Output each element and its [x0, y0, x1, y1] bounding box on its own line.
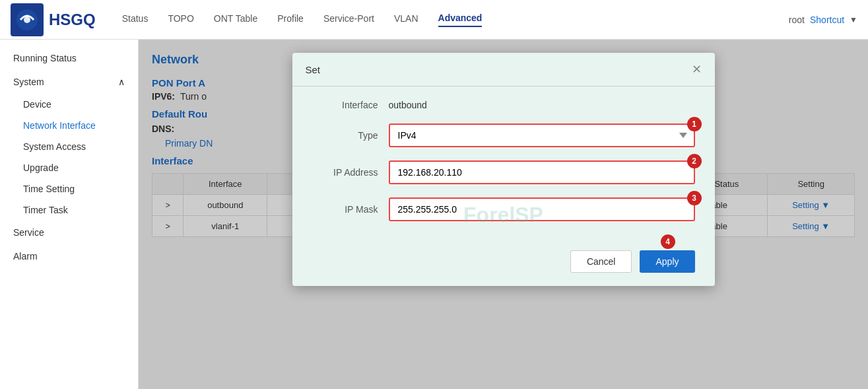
- top-navigation: HSGQ Status TOPO ONT Table Profile Servi…: [0, 0, 868, 40]
- nav-advanced[interactable]: Advanced: [438, 13, 483, 27]
- nav-profile[interactable]: Profile: [277, 13, 304, 26]
- apply-button[interactable]: Apply: [640, 250, 694, 273]
- main-layout: Running Status System ∧ Device Network I…: [0, 40, 868, 389]
- sidebar-item-service[interactable]: Service: [0, 221, 138, 244]
- sidebar-item-network-interface[interactable]: Network Interface: [0, 115, 138, 136]
- interface-value: outbound: [389, 100, 427, 110]
- ip-address-form-row: 2 IP Address: [312, 160, 695, 184]
- nav-ont-table[interactable]: ONT Table: [214, 13, 257, 26]
- modal-footer: 4 Cancel Apply: [292, 241, 715, 286]
- modal-header: Set ✕: [292, 53, 715, 87]
- logo-area: HSGQ: [11, 3, 96, 36]
- type-select[interactable]: IPv4 IPv6: [389, 124, 695, 147]
- sidebar-item-timer-task[interactable]: Timer Task: [0, 199, 138, 221]
- sidebar-item-time-setting[interactable]: Time Setting: [0, 178, 138, 199]
- step-badge-3: 3: [687, 191, 702, 205]
- sidebar-section-system[interactable]: System ∧: [0, 70, 138, 94]
- nav-links: Status TOPO ONT Table Profile Service-Po…: [122, 13, 789, 27]
- ip-address-label: IP Address: [312, 167, 378, 178]
- sidebar: Running Status System ∧ Device Network I…: [0, 40, 139, 389]
- ip-mask-input[interactable]: [389, 197, 695, 221]
- interface-form-row: Interface outbound: [312, 100, 695, 110]
- cancel-button[interactable]: Cancel: [570, 250, 632, 273]
- modal-close-button[interactable]: ✕: [692, 62, 702, 77]
- nav-shortcut-arrow-icon: ▼: [850, 15, 857, 24]
- svg-point-1: [24, 17, 30, 23]
- nav-status[interactable]: Status: [122, 13, 149, 26]
- ip-address-input[interactable]: [389, 160, 695, 184]
- sidebar-item-device[interactable]: Device: [0, 94, 138, 115]
- sidebar-item-alarm[interactable]: Alarm: [0, 244, 138, 268]
- sidebar-item-upgrade[interactable]: Upgrade: [0, 157, 138, 178]
- interface-label: Interface: [312, 100, 378, 110]
- nav-topo[interactable]: TOPO: [168, 13, 193, 26]
- ip-mask-label: IP Mask: [312, 204, 378, 215]
- nav-user: root: [789, 15, 805, 25]
- type-form-row: 1 Type IPv4 IPv6: [312, 124, 695, 147]
- ip-mask-form-row: 3 IP Mask: [312, 197, 695, 221]
- type-label: Type: [312, 130, 378, 141]
- nav-vlan[interactable]: VLAN: [394, 13, 418, 26]
- modal-overlay: Set ✕ Interface outbound 1 Type IPv4: [139, 40, 868, 389]
- nav-right: root Shortcut ▼: [789, 15, 857, 25]
- step-badge-1: 1: [687, 117, 702, 131]
- logo-icon: [11, 3, 44, 36]
- nav-service-port[interactable]: Service-Port: [323, 13, 374, 26]
- step-badge-2: 2: [687, 154, 702, 168]
- sidebar-item-running-status[interactable]: Running Status: [0, 46, 138, 70]
- content-area: Network PON Port A IPV6: Turn o Default …: [139, 40, 868, 389]
- logo-text: HSGQ: [49, 11, 96, 29]
- modal-body: Interface outbound 1 Type IPv4 IPv6: [292, 87, 715, 241]
- step-badge-4: 4: [661, 234, 675, 249]
- sidebar-item-system-access[interactable]: System Access: [0, 136, 138, 157]
- modal-title: Set: [306, 64, 321, 75]
- chevron-up-icon: ∧: [118, 77, 125, 87]
- nav-shortcut[interactable]: Shortcut: [810, 15, 844, 25]
- set-modal: Set ✕ Interface outbound 1 Type IPv4: [292, 53, 715, 286]
